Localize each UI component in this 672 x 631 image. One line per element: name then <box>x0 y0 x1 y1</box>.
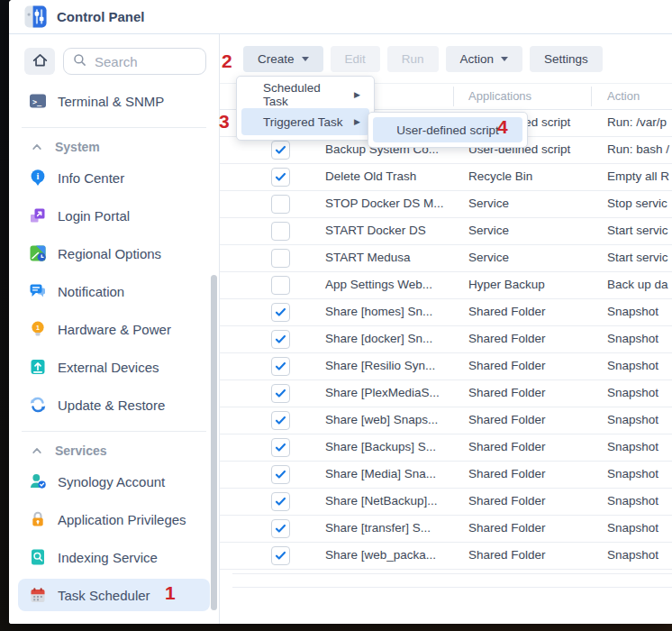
task-name-cell: Share [NetBackup]... <box>325 489 438 514</box>
task-name-cell: Share [Resilio Syn... <box>325 353 435 379</box>
task-table: User-defined scriptRun: /var/pBackup Sys… <box>220 110 672 570</box>
menu-item-scheduled-task[interactable]: Scheduled Task▶ <box>241 81 369 108</box>
sidebar-item-label: External Devices <box>58 360 159 375</box>
checkbox-checked[interactable] <box>271 303 290 322</box>
table-row[interactable]: Share [Media] Sna...Shared FolderSnapsho… <box>220 462 672 489</box>
home-icon <box>32 51 49 72</box>
checkbox-checked[interactable] <box>271 330 290 349</box>
task-name-cell: Share [docker] Sn... <box>325 326 432 352</box>
application-cell: Service <box>468 245 509 270</box>
annotation-2: 2 <box>222 50 232 72</box>
checkbox-checked[interactable] <box>271 465 290 484</box>
sidebar-item-label: Terminal & SNMP <box>58 94 164 109</box>
action-button[interactable]: Action <box>446 46 523 72</box>
caret-down-icon <box>501 57 508 61</box>
hardware-power-icon: 1 <box>29 320 47 338</box>
table-row[interactable]: Share [homes] Sn...Shared FolderSnapshot <box>220 299 672 326</box>
application-cell: Service <box>468 218 509 243</box>
search-box <box>63 48 206 75</box>
table-row[interactable]: START Docker DSServiceStart servic <box>220 218 672 245</box>
task-name-cell: START Medusa <box>325 245 411 270</box>
checkbox-checked[interactable] <box>271 141 290 160</box>
notification-icon <box>29 282 47 300</box>
table-row[interactable]: Share [web] Snaps...Shared FolderSnapsho… <box>220 407 672 434</box>
table-row[interactable]: START MedusaServiceStart servic <box>220 245 672 272</box>
checkbox-checked[interactable] <box>271 438 290 457</box>
action-cell: Start servic <box>607 245 668 270</box>
search-input[interactable] <box>93 53 197 70</box>
sidebar-item-task-scheduler[interactable]: Task Scheduler <box>18 579 210 611</box>
table-row[interactable]: Share [transfer] S...Shared FolderSnapsh… <box>220 516 672 543</box>
column-divider[interactable] <box>591 87 592 106</box>
action-cell: Snapshot <box>607 462 658 487</box>
checkbox-unchecked[interactable] <box>271 195 290 214</box>
run-button[interactable]: Run <box>387 46 439 72</box>
external-devices-icon <box>29 358 47 376</box>
sidebar-top <box>9 34 219 77</box>
menu-item-triggered-task[interactable]: Triggered Task▶ <box>241 108 369 135</box>
empty-row-divider <box>232 573 672 574</box>
action-cell: Snapshot <box>607 543 658 568</box>
checkbox-checked[interactable] <box>271 168 290 187</box>
sidebar-scrollbar[interactable] <box>211 275 217 610</box>
button-label: Action <box>460 52 495 66</box>
sidebar-divider <box>22 127 206 128</box>
sidebar-item-terminal-snmp[interactable]: >_Terminal & SNMP <box>18 85 210 117</box>
sidebar-item-info-center[interactable]: iInfo Center <box>18 161 210 194</box>
table-row[interactable]: App Settings Web...Hyper BackupBack up d… <box>220 272 672 299</box>
table-row[interactable]: Share [docker] Sn...Shared FolderSnapsho… <box>220 326 672 353</box>
sidebar-item-external-devices[interactable]: External Devices <box>18 351 210 383</box>
button-label: Edit <box>345 52 366 66</box>
sidebar-divider <box>22 431 206 432</box>
column-divider[interactable] <box>453 87 454 106</box>
sidebar-item-synology-account[interactable]: Synology Account <box>18 465 210 498</box>
checkbox-unchecked[interactable] <box>271 249 290 268</box>
checkbox-unchecked[interactable] <box>271 222 290 241</box>
sidebar-item-notification[interactable]: Notification <box>18 275 210 307</box>
table-row[interactable]: Delete Old TrashRecycle BinEmpty all R <box>220 164 672 191</box>
sidebar-item-login-portal[interactable]: Login Portal <box>18 199 210 232</box>
checkbox-checked[interactable] <box>271 411 290 430</box>
checkbox-checked[interactable] <box>271 384 290 403</box>
sidebar-item-indexing-service[interactable]: Indexing Service <box>18 541 210 573</box>
table-row[interactable]: Share [PlexMediaS...Shared FolderSnapsho… <box>220 380 672 407</box>
column-header-action[interactable]: Action <box>607 89 640 103</box>
sidebar-item-application-privileges[interactable]: Application Privileges <box>18 503 210 535</box>
checkbox-checked[interactable] <box>271 492 290 511</box>
application-cell: Shared Folder <box>468 353 546 379</box>
table-row[interactable]: Share [web_packa...Shared FolderSnapshot <box>220 543 672 570</box>
sidebar-nav: >_Terminal & SNMPSystemiInfo CenterLogin… <box>9 77 219 614</box>
edit-button[interactable]: Edit <box>331 46 380 72</box>
home-button[interactable] <box>24 48 55 75</box>
table-row[interactable]: Share [Backups] S...Shared FolderSnapsho… <box>220 434 672 462</box>
checkbox-checked[interactable] <box>271 546 290 565</box>
annotation-4: 4 <box>497 116 508 138</box>
create-button[interactable]: Create <box>243 46 323 72</box>
column-header-applications[interactable]: Applications <box>468 89 531 103</box>
sidebar-item-update-restore[interactable]: Update & Restore <box>18 389 210 421</box>
sidebar-item-label: Task Scheduler <box>58 588 150 603</box>
task-name-cell: Share [Media] Sna... <box>325 462 436 487</box>
application-cell: Shared Folder <box>468 462 546 487</box>
sidebar-section-system[interactable]: System <box>18 135 210 159</box>
settings-button[interactable]: Settings <box>530 46 603 72</box>
svg-text:i: i <box>37 171 40 181</box>
application-cell: Service <box>468 191 509 216</box>
action-cell: Back up da <box>607 272 668 297</box>
action-cell: Empty all R <box>607 164 669 189</box>
checkbox-unchecked[interactable] <box>271 276 290 295</box>
action-cell: Snapshot <box>607 353 658 379</box>
checkbox-checked[interactable] <box>271 519 290 538</box>
sidebar-item-hardware-power[interactable]: 1Hardware & Power <box>18 313 210 345</box>
sidebar-item-regional-options[interactable]: Regional Options <box>18 237 210 270</box>
caret-down-icon <box>302 57 309 61</box>
table-row[interactable]: Share [Resilio Syn...Shared FolderSnapsh… <box>220 353 672 380</box>
checkbox-checked[interactable] <box>271 357 290 376</box>
submenu-arrow-icon: ▶ <box>354 117 360 126</box>
menu-item-label: Scheduled Task <box>263 81 347 108</box>
sidebar-section-services[interactable]: Services <box>18 439 210 462</box>
table-row[interactable]: Share [NetBackup]...Shared FolderSnapsho… <box>220 489 672 516</box>
application-cell: Shared Folder <box>468 326 546 352</box>
action-cell: Snapshot <box>607 326 658 352</box>
table-row[interactable]: STOP Docker DS M...ServiceStop servic <box>220 191 672 218</box>
